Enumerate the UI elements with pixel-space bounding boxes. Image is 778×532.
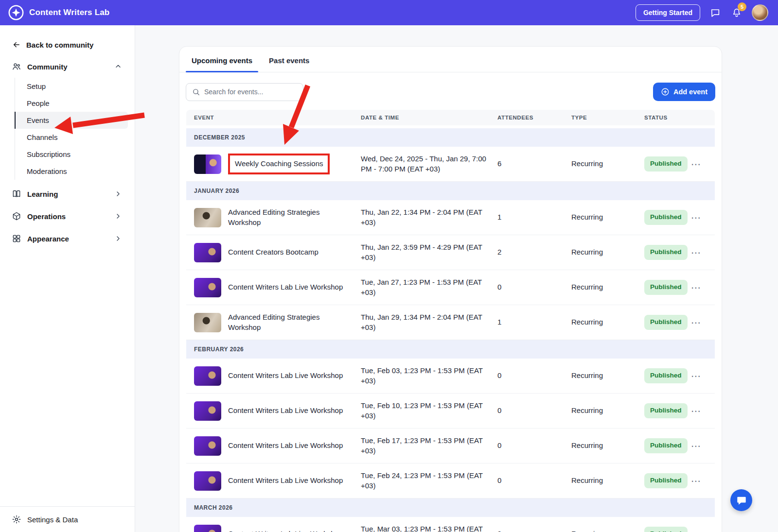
events-search[interactable] (186, 83, 303, 101)
status-cell: Published (644, 156, 688, 171)
event-row[interactable]: Content Writers Lab Live WorkshopTue, Fe… (186, 463, 715, 498)
event-row[interactable]: Content Writers Lab Live WorkshopTue, Ma… (186, 517, 715, 532)
sidebar-section-community[interactable]: Community (0, 55, 135, 78)
row-menu-button[interactable]: ⋯ (688, 474, 704, 488)
event-cell: Advanced Editing Strategies Workshop (194, 312, 361, 332)
event-title[interactable]: Content Writers Lab Live Workshop (228, 282, 343, 292)
status-cell: Published (644, 368, 688, 383)
event-title[interactable]: Content Writers Lab Live Workshop (228, 529, 343, 532)
event-title[interactable]: Content Writers Lab Live Workshop (228, 476, 343, 485)
table-body: DECEMBER 2025Weekly Coaching SessionsWed… (186, 128, 715, 532)
user-avatar[interactable] (752, 4, 768, 21)
tab-past-events[interactable]: Past events (263, 56, 315, 72)
event-attendees: 0 (497, 476, 571, 485)
event-datetime: Tue, Mar 03, 1:23 PM - 1:53 PM (EAT +03) (361, 524, 497, 532)
event-row[interactable]: Content Writers Lab Live WorkshopTue, Fe… (186, 359, 715, 394)
sidebar-section-operations[interactable]: Operations (0, 205, 135, 227)
brand: Content Writers Lab (8, 4, 109, 21)
event-type: Recurring (571, 371, 644, 380)
sidebar-section-community-label: Community (27, 63, 68, 71)
row-menu-button[interactable]: ⋯ (688, 157, 704, 171)
status-badge: Published (644, 403, 688, 418)
event-datetime: Wed, Dec 24, 2025 - Thu, Jan 29, 7:00 PM… (361, 154, 497, 174)
notifications-icon[interactable]: 5 (730, 6, 743, 19)
event-thumbnail (194, 208, 221, 227)
back-to-community-link[interactable]: Back to community (0, 25, 135, 55)
settings-and-data-link[interactable]: Settings & Data (0, 506, 135, 532)
learning-icon (12, 189, 21, 199)
sidebar-item-subscriptions[interactable]: Subscriptions (15, 146, 128, 163)
event-row[interactable]: Content Writers Lab Live WorkshopTue, Fe… (186, 429, 715, 463)
event-type: Recurring (571, 212, 644, 222)
event-datetime: Thu, Jan 29, 1:34 PM - 2:04 PM (EAT +03) (361, 312, 497, 332)
event-title[interactable]: Advanced Editing Strategies Workshop (228, 207, 354, 227)
status-badge: Published (644, 368, 688, 383)
event-attendees: 0 (497, 406, 571, 415)
event-datetime: Tue, Feb 17, 1:23 PM - 1:53 PM (EAT +03) (361, 436, 497, 456)
sidebar-section-appearance-label: Appearance (27, 235, 69, 243)
event-row[interactable]: Advanced Editing Strategies WorkshopThu,… (186, 200, 715, 235)
status-badge: Published (644, 280, 688, 294)
sidebar-item-events[interactable]: Events (15, 112, 128, 129)
messages-icon[interactable] (709, 6, 722, 19)
event-title[interactable]: Advanced Editing Strategies Workshop (228, 312, 354, 332)
main-content: Upcoming events Past events Add event EV… (135, 25, 778, 532)
row-menu-button[interactable]: ⋯ (688, 246, 704, 259)
event-type: Recurring (571, 406, 644, 415)
event-row[interactable]: Content Creators BootcampThu, Jan 22, 3:… (186, 235, 715, 270)
status-cell: Published (644, 245, 688, 259)
event-type: Recurring (571, 529, 644, 532)
app-logo-icon (8, 4, 24, 21)
status-badge: Published (644, 438, 688, 453)
row-menu-button[interactable]: ⋯ (688, 316, 704, 329)
status-badge: Published (644, 473, 688, 488)
event-title[interactable]: Content Creators Bootcamp (228, 247, 318, 257)
event-title[interactable]: Content Writers Lab Live Workshop (228, 441, 343, 450)
settings-and-data-label: Settings & Data (27, 515, 78, 524)
events-tabs: Upcoming events Past events (179, 47, 722, 72)
row-menu-button[interactable]: ⋯ (688, 404, 704, 418)
getting-started-button[interactable]: Getting Started (636, 4, 700, 21)
status-badge: Published (644, 315, 688, 329)
event-thumbnail (194, 278, 221, 297)
event-thumbnail (194, 525, 221, 532)
event-title[interactable]: Content Writers Lab Live Workshop (228, 371, 343, 380)
status-badge: Published (644, 245, 688, 259)
chat-launcher-button[interactable] (730, 489, 752, 511)
event-thumbnail (194, 313, 221, 332)
sidebar-section-learning[interactable]: Learning (0, 183, 135, 205)
event-row[interactable]: Weekly Coaching SessionsWed, Dec 24, 202… (186, 147, 715, 182)
event-row[interactable]: Advanced Editing Strategies WorkshopThu,… (186, 305, 715, 340)
tab-upcoming-events[interactable]: Upcoming events (186, 56, 258, 72)
event-type: Recurring (571, 317, 644, 327)
sidebar-item-people[interactable]: People (15, 95, 128, 112)
sidebar-item-setup[interactable]: Setup (15, 78, 128, 95)
row-menu-button[interactable]: ⋯ (688, 439, 704, 453)
sidebar-section-operations-label: Operations (27, 212, 66, 221)
search-input[interactable] (204, 88, 297, 96)
sidebar-section-appearance[interactable]: Appearance (0, 227, 135, 250)
sidebar-item-moderations[interactable]: Moderations (15, 163, 128, 180)
row-menu-button[interactable]: ⋯ (688, 369, 704, 383)
plus-circle-icon (661, 87, 670, 96)
chevron-right-icon (114, 235, 122, 242)
event-cell: Advanced Editing Strategies Workshop (194, 207, 361, 227)
event-datetime: Tue, Feb 24, 1:23 PM - 1:53 PM (EAT +03) (361, 471, 497, 491)
actions-cell: ⋯ (688, 474, 710, 488)
chevron-right-icon (114, 212, 122, 220)
row-menu-button[interactable]: ⋯ (688, 528, 704, 532)
back-to-community-label: Back to community (26, 41, 93, 49)
event-title-highlighted[interactable]: Weekly Coaching Sessions (228, 154, 330, 174)
status-cell: Published (644, 438, 688, 453)
event-row[interactable]: Content Writers Lab Live WorkshopTue, Ja… (186, 270, 715, 305)
row-menu-button[interactable]: ⋯ (688, 211, 704, 224)
row-menu-button[interactable]: ⋯ (688, 281, 704, 294)
add-event-button[interactable]: Add event (653, 83, 715, 101)
event-attendees: 0 (497, 371, 571, 380)
event-row[interactable]: Content Writers Lab Live WorkshopTue, Fe… (186, 394, 715, 429)
events-toolbar: Add event (179, 72, 722, 103)
community-icon (12, 62, 21, 71)
events-card: Upcoming events Past events Add event EV… (179, 46, 722, 532)
event-title[interactable]: Content Writers Lab Live Workshop (228, 406, 343, 415)
sidebar-item-channels[interactable]: Channels (15, 129, 128, 146)
